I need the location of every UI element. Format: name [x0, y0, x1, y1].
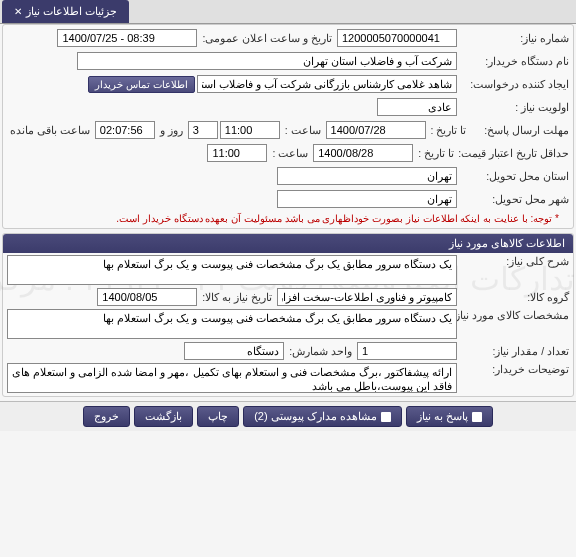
unit-field: [184, 342, 284, 360]
delivery-province-field: [277, 167, 457, 185]
need-to-good-date-field: [97, 288, 197, 306]
label-need-no: شماره نیاز:: [459, 32, 569, 44]
label-buyer-org: نام دستگاه خریدار:: [459, 55, 569, 67]
attachments-button-label: مشاهده مدارک پیوستی (2): [254, 410, 377, 423]
print-button[interactable]: چاپ: [197, 406, 239, 427]
label-announce-dt: تاریخ و ساعت اعلان عمومی:: [199, 32, 335, 44]
price-valid-hour-field: [207, 144, 267, 162]
item-spec-field: [7, 309, 457, 339]
label-price-valid: حداقل تاریخ اعتبار قیمت:: [459, 147, 569, 159]
reply-button-label: پاسخ به نیاز: [417, 410, 468, 423]
reply-to-hour-field: [220, 121, 280, 139]
label-buyer-notes: توضیحات خریدار:: [459, 363, 569, 375]
tab-bar: جزئیات اطلاعات نیاز ✕: [0, 0, 576, 24]
label-days-and: روز و: [157, 124, 186, 136]
price-valid-date-field: [313, 144, 413, 162]
label-delivery-city: شهر محل تحویل:: [459, 193, 569, 205]
red-note: * توجه: با عنایت به اینکه اطلاعات نیاز ب…: [7, 211, 569, 226]
panel-general: شماره نیاز: تاریخ و ساعت اعلان عمومی: نا…: [2, 24, 574, 229]
label-good-group: گروه کالا:: [459, 291, 569, 303]
label-hours-remaining: ساعت باقی مانده: [7, 124, 93, 136]
tab-need-details[interactable]: جزئیات اطلاعات نیاز ✕: [2, 0, 129, 23]
tab-label: جزئیات اطلاعات نیاز: [26, 5, 117, 18]
reply-icon: [472, 412, 482, 422]
reply-to-date-field: [326, 121, 426, 139]
requester-field: [197, 75, 457, 93]
attachments-button[interactable]: مشاهده مدارک پیوستی (2): [243, 406, 402, 427]
label-item-spec: مشخصات کالای مورد نیاز:: [459, 309, 569, 321]
qty-field: [357, 342, 457, 360]
close-icon[interactable]: ✕: [14, 6, 22, 17]
buyer-contact-button[interactable]: اطلاعات تماس خریدار: [88, 76, 195, 93]
label-qty: تعداد / مقدار نیاز:: [459, 345, 569, 357]
reply-button[interactable]: پاسخ به نیاز: [406, 406, 493, 427]
need-no-field: [337, 29, 457, 47]
remain-days-field: [188, 121, 218, 139]
label-delivery-province: استان محل تحویل:: [459, 170, 569, 182]
good-group-field: [277, 288, 457, 306]
remain-time-field: [95, 121, 155, 139]
exit-button-label: خروج: [94, 410, 119, 423]
panel-items: اطلاعات کالاهای مورد نیاز شرح کلی نیاز: …: [2, 233, 574, 397]
back-button-label: بازگشت: [145, 410, 182, 423]
back-button[interactable]: بازگشت: [134, 406, 193, 427]
exit-button[interactable]: خروج: [83, 406, 130, 427]
label-to-date-1: تا تاریخ :: [428, 124, 470, 136]
label-to-date-2: تا تاریخ :: [415, 147, 457, 159]
label-need-to-good-date: تاریخ نیاز به کالا:: [199, 291, 275, 303]
priority-field: [377, 98, 457, 116]
label-need-desc: شرح کلی نیاز:: [459, 255, 569, 267]
print-button-label: چاپ: [208, 410, 228, 423]
need-desc-field: [7, 255, 457, 285]
label-priority: اولویت نیاز :: [459, 101, 569, 113]
buyer-org-field: [77, 52, 457, 70]
label-unit: واحد شمارش:: [286, 345, 355, 357]
buyer-notes-field: [7, 363, 457, 393]
delivery-city-field: [277, 190, 457, 208]
label-reply-deadline: مهلت ارسال پاسخ:: [471, 124, 569, 136]
label-requester: ایجاد کننده درخواست:: [459, 78, 569, 90]
attachment-icon: [381, 412, 391, 422]
label-hour-1: ساعت :: [282, 124, 324, 136]
panel-items-header: اطلاعات کالاهای مورد نیاز: [3, 234, 573, 253]
label-hour-2: ساعت :: [269, 147, 311, 159]
footer-bar: پاسخ به نیاز مشاهده مدارک پیوستی (2) چاپ…: [0, 401, 576, 431]
announce-dt-field: [57, 29, 197, 47]
